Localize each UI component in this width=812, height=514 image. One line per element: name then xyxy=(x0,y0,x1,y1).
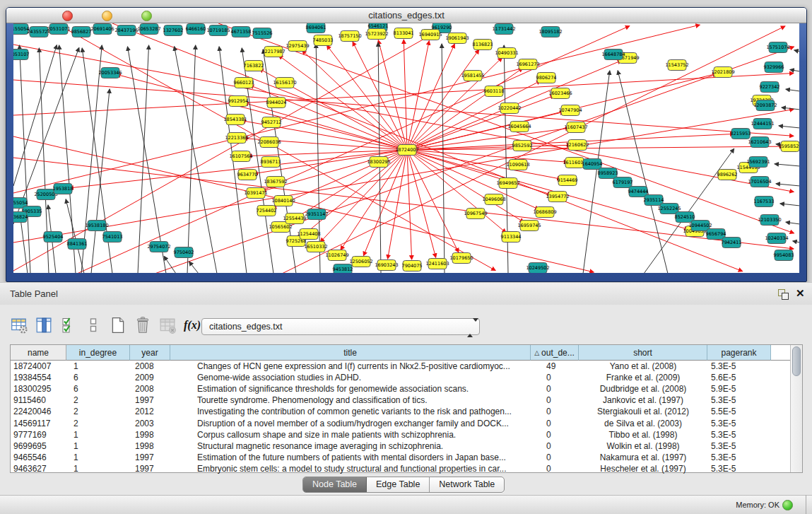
cell-year[interactable]: 1998 xyxy=(130,441,170,451)
cell-in-degree[interactable]: 2 xyxy=(66,407,130,416)
graph-node[interactable]: 16045664 xyxy=(507,122,531,132)
graph-node[interactable]: 10747904 xyxy=(558,105,582,116)
close-panel-icon[interactable]: ✕ xyxy=(796,287,805,300)
cell-in-degree[interactable]: 6 xyxy=(66,384,130,394)
cell-year[interactable]: 1997 xyxy=(130,452,170,462)
graph-node[interactable]: 16903243 xyxy=(375,260,398,271)
graph-node[interactable]: 7163822 xyxy=(244,61,264,71)
column-header-title[interactable]: title xyxy=(170,345,531,361)
graph-node[interactable]: 16510332 xyxy=(304,242,327,252)
graph-node[interactable]: 29754072 xyxy=(147,242,170,252)
graph-node[interactable]: 16949657 xyxy=(496,178,519,189)
cell-in-degree[interactable]: 1 xyxy=(66,430,130,440)
graph-node[interactable]: 16648784 xyxy=(601,49,625,60)
cell-name[interactable]: 9115460 xyxy=(11,395,66,405)
cell-name[interactable]: 9465546 xyxy=(11,452,66,462)
column-header-name[interactable]: name xyxy=(11,345,66,361)
graph-node[interactable]: 12444151 xyxy=(751,119,774,129)
row-height-icon[interactable] xyxy=(83,315,104,335)
cell-year[interactable]: 1997 xyxy=(130,464,170,474)
cell-name[interactable]: 22420046 xyxy=(11,407,66,416)
delete-columns-icon[interactable] xyxy=(132,315,153,335)
table-row[interactable]: 2242004622012Investigating the contribut… xyxy=(11,406,790,417)
graph-node[interactable]: 9954083 xyxy=(774,250,794,261)
graph-node[interactable]: 2053107 xyxy=(13,49,29,60)
graph-node[interactable]: 18367592 xyxy=(264,177,287,187)
table-settings-icon[interactable] xyxy=(8,315,30,335)
graph-node[interactable]: 12217987 xyxy=(261,47,285,57)
cell-title[interactable]: Corpus callosum shape and size in male p… xyxy=(170,430,531,440)
graph-node[interactable]: 8936713 xyxy=(261,157,281,168)
graph-node[interactable]: 1327602 xyxy=(163,25,184,36)
network-canvas[interactable]: 9155054243557242053107198568272069140628… xyxy=(13,23,799,273)
graph-node[interactable]: 12975439 xyxy=(286,41,309,52)
cell-name[interactable]: 18724007 xyxy=(11,361,66,371)
graph-node[interactable]: 15723922 xyxy=(365,29,388,40)
cell-year[interactable]: 2003 xyxy=(130,419,170,428)
cell-name[interactable]: 18300295 xyxy=(11,384,66,394)
graph-node[interactable]: 8215953 xyxy=(731,129,751,139)
graph-node[interactable]: 9113344 xyxy=(501,232,522,243)
table-scrollbar[interactable] xyxy=(790,345,802,472)
float-panel-icon[interactable] xyxy=(778,289,789,300)
graph-node[interactable]: 1953818 xyxy=(53,184,73,194)
cell-year[interactable]: 1997 xyxy=(130,395,170,405)
cell-year[interactable]: 2008 xyxy=(130,384,170,394)
graph-node[interactable]: 7942411 xyxy=(722,238,742,248)
cell-title[interactable]: Estimation of the future numbers of pati… xyxy=(170,452,531,462)
graph-node[interactable]: 8133041 xyxy=(394,28,414,39)
graph-node[interactable]: 9136824 xyxy=(13,212,28,223)
graph-node[interactable]: 9912954 xyxy=(228,96,249,107)
network-window-titlebar[interactable]: citations_edges.txt xyxy=(6,8,806,23)
cell-short[interactable]: Dudbridge et al. (2008) xyxy=(579,384,707,394)
graph-node[interactable]: 10719185 xyxy=(206,25,230,36)
cell-out-degree[interactable]: 0 xyxy=(531,464,579,474)
graph-node[interactable]: 18757150 xyxy=(338,31,361,42)
graph-node[interactable]: 20691406 xyxy=(90,24,114,35)
cell-out-degree[interactable]: 0 xyxy=(531,452,579,462)
minimize-window-button[interactable] xyxy=(102,11,112,21)
graph-node[interactable]: 28437196 xyxy=(114,25,138,36)
graph-node[interactable]: 10249502 xyxy=(526,263,549,274)
graph-node[interactable]: 11026749 xyxy=(325,250,348,261)
select-all-rows-icon[interactable] xyxy=(58,315,79,335)
cell-in-degree[interactable]: 1 xyxy=(66,452,130,462)
create-new-column-icon[interactable] xyxy=(107,315,129,335)
graph-node[interactable]: 9452712 xyxy=(261,117,282,128)
graph-node[interactable]: 19538180 xyxy=(85,221,108,231)
table-row[interactable]: 969969511998Structural magnetic resonanc… xyxy=(11,440,790,452)
graph-node[interactable]: 29351147 xyxy=(305,209,328,220)
cell-out-degree[interactable]: 49 xyxy=(531,361,579,371)
graph-node[interactable]: 20531071 xyxy=(47,24,70,35)
cell-pagerank[interactable]: 5.3E-5 xyxy=(707,452,771,462)
graph-node[interactable]: 19581455 xyxy=(461,71,484,81)
graph-node[interactable]: 12213369 xyxy=(225,133,248,144)
cell-pagerank[interactable]: 5.5E-5 xyxy=(707,407,771,416)
graph-node[interactable]: 9806274 xyxy=(536,73,557,83)
graph-node[interactable]: 19061943 xyxy=(445,33,469,44)
graph-node[interactable]: 10840140 xyxy=(271,196,295,206)
cell-out-degree[interactable]: 0 xyxy=(531,430,579,440)
cell-in-degree[interactable]: 2 xyxy=(66,395,130,405)
table-scrollbar-thumb[interactable] xyxy=(792,346,801,376)
table-row[interactable]: 946554611997Estimation of the future num… xyxy=(11,452,790,463)
graph-node[interactable]: 10686809 xyxy=(533,207,556,218)
column-visibility-icon[interactable] xyxy=(33,315,54,335)
cell-in-degree[interactable]: 1 xyxy=(66,441,130,451)
cell-pagerank[interactable]: 5.3E-5 xyxy=(707,419,771,428)
cell-year[interactable]: 2009 xyxy=(130,373,170,382)
cell-year[interactable]: 2012 xyxy=(130,407,170,416)
cell-year[interactable]: 1998 xyxy=(130,430,170,440)
graph-node[interactable]: 18543381 xyxy=(223,115,247,125)
cell-out-degree[interactable]: 0 xyxy=(531,373,579,382)
cell-title[interactable]: Investigating the contribution of common… xyxy=(170,407,531,416)
table-row[interactable]: 1872400712008Changes of HCN gene express… xyxy=(11,361,790,372)
graph-node[interactable]: 7485033 xyxy=(313,35,334,46)
cell-title[interactable]: Genome-wide association studies in ADHD. xyxy=(170,373,531,382)
column-header-out-de-[interactable]: △out_de... xyxy=(531,345,579,361)
graph-node[interactable]: 15751074 xyxy=(766,42,789,53)
tab-edge-table[interactable]: Edge Table xyxy=(367,477,430,492)
cell-short[interactable]: Franke et al. (2009) xyxy=(579,373,707,382)
graph-node[interactable]: 9154469 xyxy=(558,175,578,186)
graph-node[interactable]: 9660123 xyxy=(234,78,254,88)
